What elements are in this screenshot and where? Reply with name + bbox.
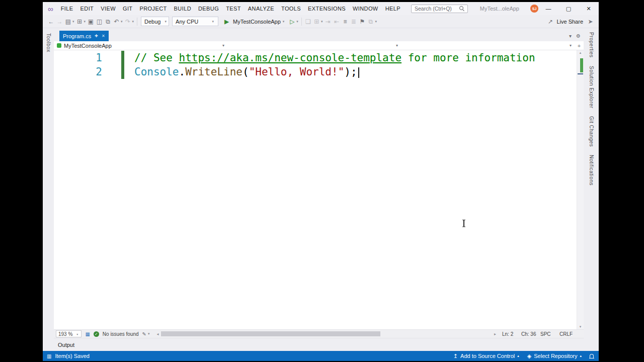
menu-debug[interactable]: DEBUG [195, 6, 222, 12]
search-box[interactable]: Search (Ctrl+Q) [411, 5, 468, 13]
scroll-down-icon[interactable]: ▾ [577, 325, 584, 329]
start-debugging-button[interactable]: ▶ MyTestConsoleApp ▾ [220, 17, 288, 27]
window-title: MyTest...oleApp [480, 6, 519, 12]
undo-dropdown-icon[interactable]: ▾ [121, 20, 123, 24]
toolbox-side-tab[interactable]: Toolbox [46, 33, 51, 351]
redo-dropdown-icon: ▾ [132, 20, 134, 24]
tab-program-cs[interactable]: Program.cs ✚ ✕ [59, 31, 109, 41]
menu-tools[interactable]: TOOLS [278, 6, 304, 12]
scroll-left-icon[interactable]: ◂ [155, 332, 160, 336]
account-avatar[interactable]: SJ [530, 5, 538, 13]
comment-lines-icon[interactable]: ≡ [341, 17, 349, 27]
select-repository-button[interactable]: ◈ Select Repository ▴ [527, 353, 582, 359]
zoom-value: 193 % [58, 331, 72, 337]
redo-icon: ↷ [124, 17, 132, 27]
bookmark-icon[interactable]: ⚑ [358, 17, 366, 27]
horizontal-scrollbar[interactable]: ◂ ▸ [155, 330, 498, 338]
maximize-button[interactable]: ▢ [558, 2, 579, 15]
menu-view[interactable]: VIEW [97, 6, 119, 12]
add-control-icon: ⊞ [312, 17, 321, 27]
minimize-button[interactable]: — [538, 2, 558, 15]
line-number: 1 [54, 51, 102, 65]
line-indicator: Ln: 2 [502, 331, 521, 337]
caret-position-info: Ln: 2 Ch: 36 SPC CRLF [502, 331, 582, 337]
menu-edit[interactable]: EDIT [77, 6, 98, 12]
menu-window[interactable]: WINDOW [349, 6, 382, 12]
left-tool-strip: Toolbox [43, 28, 54, 351]
add-item-dropdown-icon[interactable]: ▾ [84, 20, 86, 24]
side-tab-solution-explorer[interactable]: Solution Explorer [589, 66, 594, 109]
navigate-backward-icon[interactable]: ← [47, 17, 55, 27]
editor-column: Program.cs ✚ ✕ ▾ ⚙ MyTestConsoleApp ▾ [54, 28, 584, 351]
horizontal-scroll-thumb[interactable] [161, 331, 380, 336]
zoom-dropdown[interactable]: 193 % ▾ [56, 330, 82, 337]
horizontal-scroll-track[interactable] [160, 330, 493, 338]
editor-status-strip: 193 % ▾ ▦ ✓ No issues found ✎ ▾ ◂ ▸ [54, 329, 584, 338]
save-icon[interactable]: ◫ [95, 17, 104, 27]
close-tab-icon[interactable]: ✕ [102, 34, 105, 38]
side-tab-git-changes[interactable]: Git Changes [589, 116, 594, 147]
live-share-button[interactable]: ↗ Live Share [546, 17, 583, 27]
code-line[interactable]: 2Console.WriteLine("Hello, World!"); [54, 65, 577, 79]
menu-extensions[interactable]: EXTENSIONS [304, 6, 349, 12]
bookmark-list-icon: ⧉ [366, 17, 375, 27]
tab-list-chevron-icon[interactable]: ▾ [569, 33, 572, 39]
token: https://aka.ms/new-console-template [179, 52, 402, 64]
scroll-up-icon[interactable]: ▴ [577, 51, 584, 55]
solution-platform-dropdown[interactable]: Any CPU ▾ [172, 17, 218, 26]
menu-git[interactable]: GIT [119, 6, 136, 12]
start-without-debugging-icon[interactable]: ▷ [288, 17, 296, 27]
menu-test[interactable]: TEST [222, 6, 245, 12]
breadcrumb-project-label: MyTestConsoleApp [64, 43, 112, 49]
preview-window-icon: ❏ [304, 17, 312, 27]
menu-help[interactable]: HELP [382, 6, 404, 12]
indent-icon: ⇥ [324, 17, 332, 27]
document-health-icon[interactable]: ▦ [85, 331, 90, 337]
save-all-icon[interactable]: ⧉ [104, 17, 112, 27]
notifications-bell-icon[interactable] [590, 354, 594, 358]
change-mark [580, 58, 583, 72]
chevron-up-icon: ▴ [517, 354, 519, 358]
code-cleanup-button[interactable]: ✎ ▾ [142, 331, 151, 337]
navigation-bar: MyTestConsoleApp ▾ ▾ ▾ + [54, 41, 584, 50]
scroll-right-icon[interactable]: ▸ [493, 332, 498, 336]
close-button[interactable]: ✕ [579, 2, 599, 15]
code-area[interactable]: 1// See https://aka.ms/new-console-templ… [54, 50, 577, 329]
start-options-dropdown-icon[interactable]: ▾ [296, 20, 298, 24]
side-tab-properties[interactable]: Properties [589, 32, 594, 58]
status-message-icon: ▥ [47, 353, 51, 359]
mouse-ibeam-cursor [462, 220, 466, 227]
breadcrumb-type-dropdown[interactable]: ▾ [227, 41, 401, 50]
vertical-scrollbar[interactable]: ▴ ▾ [577, 50, 584, 329]
gear-icon[interactable]: ⚙ [576, 33, 581, 39]
code-line[interactable]: 1// See https://aka.ms/new-console-templ… [54, 51, 577, 65]
navigate-forward-icon[interactable]: → [55, 17, 64, 27]
text-caret [358, 67, 359, 78]
menu-analyze[interactable]: ANALYZE [245, 6, 278, 12]
add-to-source-control-button[interactable]: ↥ Add to Source Control ▴ [453, 353, 519, 359]
add-to-source-control-label: Add to Source Control [460, 353, 515, 359]
undo-icon[interactable]: ↶ [112, 17, 121, 27]
breadcrumb-member-dropdown[interactable]: ▾ [401, 41, 575, 50]
menu-file[interactable]: FILE [57, 6, 77, 12]
token: "Hello, World!" [249, 66, 345, 78]
uncomment-lines-icon: ≣ [349, 17, 358, 27]
solution-configuration-dropdown[interactable]: Debug ▾ [141, 17, 169, 26]
new-file-icon[interactable]: ▤ [64, 17, 72, 27]
breadcrumb-project-dropdown[interactable]: MyTestConsoleApp ▾ [54, 41, 227, 50]
menu-project[interactable]: PROJECT [136, 6, 170, 12]
pin-icon[interactable]: ✚ [95, 34, 98, 38]
feedback-icon[interactable]: ➤ [586, 17, 595, 27]
token: WriteLine [185, 66, 243, 78]
new-file-dropdown-icon[interactable]: ▾ [72, 20, 74, 24]
split-editor-icon[interactable]: + [575, 43, 584, 49]
menu-build[interactable]: BUILD [171, 6, 195, 12]
document-tab-strip: Program.cs ✚ ✕ ▾ ⚙ [54, 28, 584, 41]
output-panel-header[interactable]: Output [54, 338, 584, 351]
side-tab-notifications[interactable]: Notifications [589, 155, 594, 186]
line-ending-indicator: CRLF [559, 331, 579, 337]
add-item-icon[interactable]: ⊞ [75, 17, 84, 27]
tab-strip-controls: ▾ ⚙ [569, 33, 584, 41]
code-text: Console.WriteLine("Hello, World!"); [124, 65, 359, 79]
open-file-icon[interactable]: ▣ [87, 17, 95, 27]
